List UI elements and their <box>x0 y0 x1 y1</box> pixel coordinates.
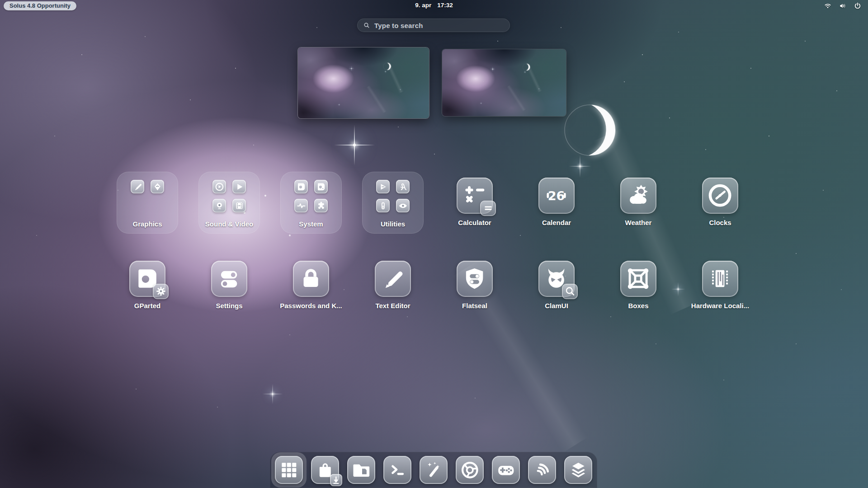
desktop-overview: Solus 4.8 Opportunity 9. apr 17:32 Type … <box>0 0 868 488</box>
app-calculator[interactable] <box>457 178 493 214</box>
app-clocks[interactable] <box>702 178 738 214</box>
battery-icon <box>376 199 390 212</box>
folder-sound-video[interactable]: Sound & Video <box>198 172 260 234</box>
volume-icon[interactable] <box>839 2 847 10</box>
app-label: Calculator <box>434 219 515 226</box>
app-label: Settings <box>189 302 270 310</box>
inkscape-icon <box>151 180 164 193</box>
wifi-icon[interactable] <box>824 2 832 10</box>
folder-system[interactable]: System <box>280 172 342 234</box>
codec-play-icon <box>376 180 390 193</box>
play-icon <box>232 180 246 193</box>
app-label: Flatseal <box>434 302 515 310</box>
folder-label: Utilities <box>362 220 424 228</box>
dock-games[interactable] <box>492 456 520 484</box>
workspace-wallpaper-preview <box>442 49 566 116</box>
film-strip-icon <box>232 199 246 212</box>
app-label: Clocks <box>679 219 761 226</box>
workspace-1[interactable] <box>298 47 429 118</box>
distro-badge: Solus 4.8 Opportunity <box>4 1 76 10</box>
app-label: Boxes <box>598 302 679 310</box>
dock-files[interactable] <box>347 456 375 484</box>
app-label: Hardware Locali... <box>679 302 761 310</box>
crescent-moon-icon <box>563 103 617 157</box>
crescent-moon-icon <box>383 62 391 70</box>
app-label: Calendar <box>516 219 597 226</box>
light-ray <box>502 56 566 103</box>
dock-web-browser[interactable] <box>456 456 484 484</box>
app-label: Text Editor <box>352 302 434 310</box>
crescent-moon-icon <box>523 63 530 70</box>
app-passwords-and-k[interactable] <box>293 261 329 297</box>
light-ray <box>478 68 554 116</box>
search-icon <box>363 22 370 29</box>
dock-software[interactable] <box>311 456 339 484</box>
document-viewer-icon <box>396 180 410 193</box>
light-ray <box>362 55 429 104</box>
app-calendar[interactable]: 26 <box>538 178 575 214</box>
svg-text:26: 26 <box>548 189 565 203</box>
app-label: ClamUI <box>516 302 597 310</box>
folder-utilities[interactable]: Utilities <box>362 172 424 234</box>
magnifier-badge <box>562 284 578 299</box>
app-clamui[interactable] <box>538 261 575 297</box>
app-label: GParted <box>107 302 188 310</box>
workspace-wallpaper-preview <box>298 47 429 118</box>
folder-label: System <box>280 220 342 228</box>
media-player-icon <box>212 180 226 193</box>
disk-snapshot-gear-icon <box>314 180 328 193</box>
search-placeholder: Type to search <box>374 22 423 29</box>
webcam-icon <box>212 199 226 212</box>
workspace-2[interactable] <box>442 49 566 116</box>
wallpaper <box>0 0 868 488</box>
app-weather[interactable] <box>620 178 656 214</box>
eye-icon <box>396 199 410 212</box>
clock-date: 9. apr <box>415 2 431 9</box>
clock-time: 17:32 <box>437 2 453 9</box>
app-flatseal[interactable] <box>457 261 493 297</box>
top-bar: Solus 4.8 Opportunity 9. apr 17:32 <box>0 0 868 12</box>
gear-badge <box>153 284 169 299</box>
paintbrush-icon <box>131 180 144 193</box>
download-badge <box>330 474 342 486</box>
dock-terminal[interactable] <box>383 456 411 484</box>
equals-badge <box>480 201 496 216</box>
dock-music[interactable] <box>528 456 556 484</box>
folder-label: Sound & Video <box>198 220 260 228</box>
app-label: Weather <box>598 219 679 226</box>
dock-show-apps[interactable] <box>275 456 303 484</box>
disk-snapshot-icon <box>294 180 308 193</box>
app-boxes[interactable] <box>620 261 656 297</box>
puzzle-piece-icon <box>314 199 328 212</box>
app-settings[interactable] <box>211 261 247 297</box>
light-ray <box>336 67 417 118</box>
power-icon[interactable] <box>854 2 862 10</box>
app-text-editor[interactable] <box>375 261 411 297</box>
system-monitor-icon <box>294 199 308 212</box>
dock-office[interactable] <box>564 456 592 484</box>
dock-tweaks[interactable] <box>420 456 448 484</box>
folder-label: Graphics <box>117 220 178 228</box>
clock[interactable]: 9. apr 17:32 <box>415 2 453 9</box>
search-bar[interactable]: Type to search <box>357 19 510 32</box>
folder-graphics[interactable]: Graphics <box>117 172 178 234</box>
app-gparted[interactable] <box>129 261 165 297</box>
app-label: Passwords and K... <box>270 302 352 310</box>
app-hardware-locali[interactable] <box>702 261 738 297</box>
system-status-area[interactable] <box>824 2 862 10</box>
